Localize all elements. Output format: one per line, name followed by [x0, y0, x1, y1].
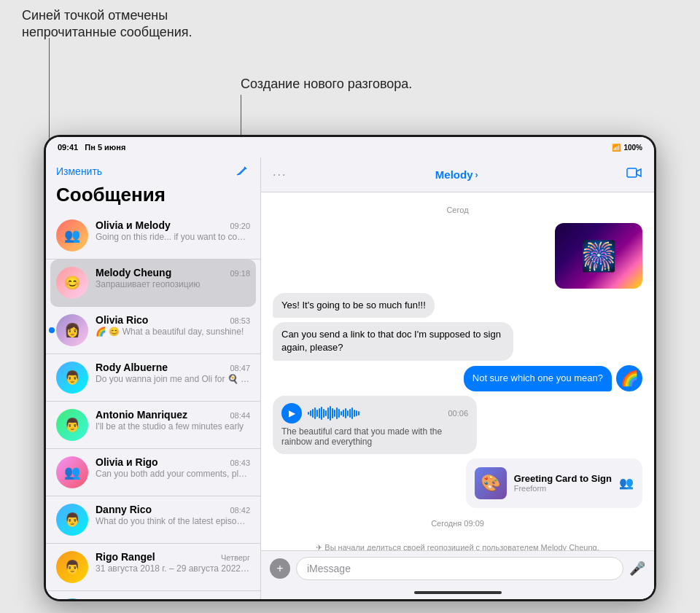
avatar: 👥	[56, 219, 88, 251]
conv-time: 08:53	[230, 316, 250, 325]
avatar: 👨	[56, 362, 88, 394]
conv-info: Danny Rico 08:42 What do you think of th…	[96, 504, 250, 526]
conversations-list[interactable]: 👥 Olivia и Melody 09:20 Going on this ri…	[46, 212, 260, 599]
conv-preview: I'll be at the studio a few minutes earl…	[96, 421, 250, 432]
status-right: 📶 100%	[612, 144, 642, 152]
edit-button[interactable]: Изменить	[56, 165, 102, 177]
video-call-button[interactable]	[626, 167, 642, 182]
conv-info: Olivia и Melody 09:20 Going on this ride…	[96, 219, 250, 242]
conv-item-olivia-rico[interactable]: 👩 Olivia Rico 08:53 🌈 😊 What a beautiful…	[46, 307, 260, 354]
conv-time: 08:44	[230, 411, 250, 420]
conv-preview: What do you think of the latest episode?	[96, 516, 250, 526]
conv-info: Melody Cheung 09:18 Запрашивает геопозиц…	[96, 267, 250, 289]
svg-rect-0	[627, 168, 637, 177]
date-label-today: Сегод	[273, 206, 642, 214]
conv-preview: Do you wanna join me and Oli for 🍳 🥞 🔍 b…	[96, 374, 250, 384]
conv-name: Olivia Rico	[96, 314, 148, 326]
avatar: 👥	[56, 456, 88, 488]
conv-info: Olivia и Rigo 08:43 Can you both add you…	[96, 456, 250, 479]
play-button[interactable]: ▶	[281, 403, 302, 423]
chat-panel: ··· Melody › Сегод	[261, 157, 654, 599]
left-header: Изменить	[46, 157, 260, 182]
conv-preview: Запрашивает геопозицию	[96, 279, 250, 289]
conv-item-olivia-rigo[interactable]: 👥 Olivia и Rigo 08:43 Can you both add y…	[46, 449, 260, 496]
audio-duration: 00:06	[448, 409, 468, 418]
conv-time: 08:47	[230, 364, 250, 372]
unread-dot	[49, 327, 55, 333]
conv-name: Rody Albuerne	[96, 362, 168, 373]
card-share-message[interactable]: 🎨 Greeting Card to Sign Freeform 👥	[466, 458, 642, 508]
messages-title: Сообщения	[46, 182, 260, 212]
message-row-audio: ▶	[273, 396, 642, 454]
people-icon: 👥	[619, 476, 634, 490]
audio-waveform	[308, 406, 442, 421]
conv-time: Четверг	[221, 553, 250, 562]
message-row-link: Can you send a link to that doc I'm supp…	[273, 322, 642, 360]
card-title: Greeting Card to Sign	[514, 473, 612, 484]
audio-caption: The beautiful card that you made with th…	[281, 426, 468, 447]
conv-name: Olivia и Rigo	[96, 456, 158, 468]
message-input[interactable]: iMessage	[296, 557, 623, 580]
conv-item-rigo[interactable]: 👨 Rigo Rangel Четверг 31 августа 2018 г.…	[46, 544, 260, 591]
conversations-panel: Изменить Сообщения 👥	[46, 157, 261, 599]
compose-button[interactable]	[234, 163, 250, 179]
conv-info: Antonio Manriquez 08:44 I'll be at the s…	[96, 409, 250, 432]
card-thumbnail: 🎨	[475, 467, 507, 499]
conv-preview: 🌈 😊 What a beautiful day, sunshine!	[96, 327, 250, 337]
wifi-icon: 📶	[612, 144, 621, 152]
conv-name: Antonio Manriquez	[96, 409, 187, 421]
conv-name: Melody Cheung	[96, 267, 171, 278]
card-info: Greeting Card to Sign Freeform	[514, 473, 612, 493]
conv-name: Team Zoetrope	[96, 598, 168, 599]
message-row-fun: Yes! It's going to be so much fun!!!	[273, 293, 642, 318]
system-time-label: Сегодня 09:09	[273, 518, 642, 529]
conv-item-team-zoetrope[interactable]: 🎪 Team Zoetrope Вторник Ссылка: «Soapbox…	[46, 591, 260, 599]
conv-name: Danny Rico	[96, 504, 152, 515]
home-indicator	[261, 586, 654, 599]
conv-info: Team Zoetrope Вторник Ссылка: «Soapbox D…	[96, 598, 250, 599]
conv-item-melody-cheung[interactable]: 😊 Melody Cheung 09:18 Запрашивает геопоз…	[50, 259, 256, 307]
conv-item-rody[interactable]: 👨 Rody Albuerne 08:47 Do you wanna join …	[46, 354, 260, 402]
conv-preview: Can you both add your comments, please?	[96, 469, 250, 479]
conv-name: Rigo Rangel	[96, 551, 155, 563]
status-bar: 09:41 Пн 5 июня 📶 100%	[46, 137, 654, 157]
conv-time: 08:42	[230, 506, 250, 515]
conv-time: 09:18	[230, 269, 250, 278]
main-content: Изменить Сообщения 👥	[46, 157, 654, 599]
conv-item-olivia-melody[interactable]: 👥 Olivia и Melody 09:20 Going on this ri…	[46, 212, 260, 259]
conv-info: Rody Albuerne 08:47 Do you wanna join me…	[96, 362, 250, 384]
conv-time: 08:43	[230, 458, 250, 467]
system-location-label: ✈ Вы начали делиться своей геопозицией с…	[273, 542, 642, 550]
conv-info: Olivia Rico 08:53 🌈 😊 What a beautiful d…	[96, 314, 250, 337]
annotation-new-chat: Создание нового разговора.	[241, 77, 412, 92]
microphone-button[interactable]: 🎤	[629, 561, 645, 577]
conv-name: Olivia и Melody	[96, 219, 171, 231]
audio-message[interactable]: ▶	[273, 396, 477, 454]
conv-item-danny[interactable]: 👨 Danny Rico 08:42 What do you think of …	[46, 496, 260, 544]
chat-contact-name[interactable]: Melody ›	[435, 168, 478, 181]
card-subtitle: Freeform	[514, 484, 612, 493]
message-bubble-link: Can you send a link to that doc I'm supp…	[273, 322, 513, 360]
annotation-unread: Синей точкой отмеченынепрочитанные сообщ…	[22, 7, 192, 42]
message-row-notsure: Not sure which one you mean? 🌈	[273, 365, 642, 391]
message-row-image	[273, 223, 642, 289]
home-bar	[414, 591, 502, 594]
status-time: 09:41 Пн 5 июня	[58, 143, 125, 152]
chat-header: ··· Melody ›	[261, 157, 654, 192]
avatar: 🎪	[56, 598, 88, 599]
battery-indicator: 100%	[623, 144, 642, 152]
image-message	[555, 223, 642, 289]
conv-time: 09:20	[230, 222, 250, 230]
avatar: 👨	[56, 409, 88, 441]
conv-info: Rigo Rangel Четверг 31 августа 2018 г. –…	[96, 551, 250, 574]
conv-preview: Going on this ride... if you want to com…	[96, 232, 250, 242]
chat-options-dots[interactable]: ···	[273, 168, 287, 181]
chat-messages[interactable]: Сегод Yes! It's going to be so much fun!…	[261, 192, 654, 550]
add-attachment-button[interactable]: +	[270, 558, 290, 579]
fireworks-image	[555, 223, 642, 289]
avatar: 😊	[56, 267, 88, 299]
message-row-card: 🎨 Greeting Card to Sign Freeform 👥	[273, 458, 642, 508]
message-bubble-fun: Yes! It's going to be so much fun!!!	[273, 293, 435, 318]
conv-item-antonio[interactable]: 👨 Antonio Manriquez 08:44 I'll be at the…	[46, 402, 260, 449]
chat-input-bar: + iMessage 🎤	[261, 550, 654, 586]
